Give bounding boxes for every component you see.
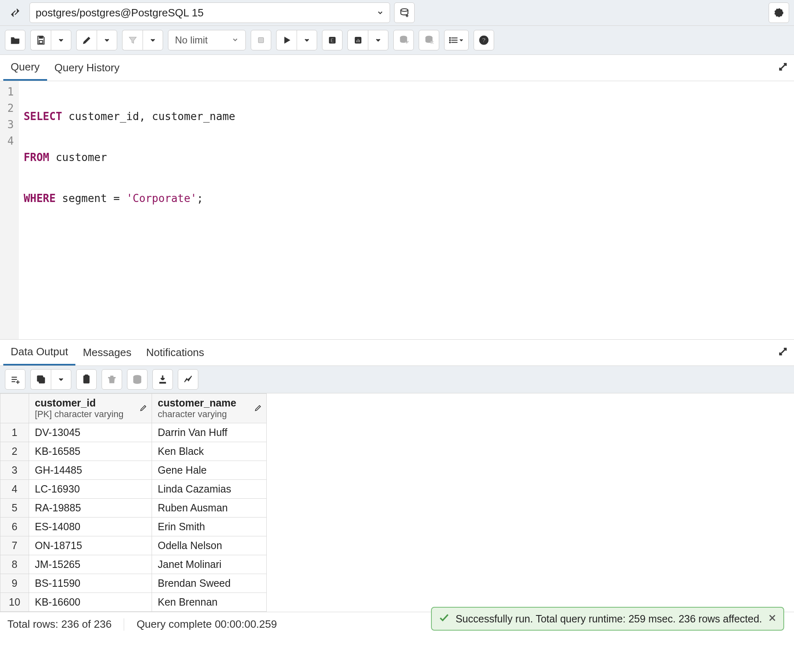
paste-button[interactable] [76, 369, 97, 390]
svg-rect-3 [39, 41, 43, 43]
cell-customer-id[interactable]: GH-14485 [29, 461, 152, 480]
row-number: 6 [0, 518, 29, 536]
line-gutter: 1 2 3 4 [0, 81, 19, 339]
download-button[interactable] [152, 369, 173, 390]
tab-data-output[interactable]: Data Output [3, 340, 75, 366]
svg-point-18 [449, 42, 450, 43]
table-row[interactable]: 3 GH-14485 Gene Hale [0, 461, 267, 480]
svg-point-17 [449, 40, 450, 41]
svg-text:?: ? [482, 36, 485, 43]
svg-rect-4 [259, 38, 264, 43]
cell-customer-id[interactable]: BS-11590 [29, 574, 152, 593]
copy-dropdown[interactable] [51, 369, 71, 390]
table-row[interactable]: 9 BS-11590 Brendan Sweed [0, 574, 267, 593]
open-file-button[interactable] [5, 30, 25, 50]
table-row[interactable]: 10 KB-16600 Ken Brennan [0, 593, 267, 612]
table-row[interactable]: 4 LC-16930 Linda Cazamias [0, 480, 267, 499]
cell-customer-name[interactable]: Darrin Van Huff [152, 423, 267, 442]
tab-messages[interactable]: Messages [75, 341, 139, 365]
row-number: 2 [0, 442, 29, 461]
row-number: 10 [0, 593, 29, 612]
chevron-down-icon [231, 34, 239, 46]
tab-query-history[interactable]: Query History [47, 56, 127, 80]
copy-button[interactable] [30, 369, 51, 390]
cell-customer-name[interactable]: Odella Nelson [152, 536, 267, 555]
check-icon [438, 612, 450, 626]
svg-rect-2 [39, 36, 43, 38]
execute-button[interactable] [276, 30, 297, 50]
row-limit-select[interactable]: No limit [168, 30, 246, 50]
svg-rect-30 [159, 382, 166, 384]
rollback-button[interactable] [419, 30, 439, 50]
cell-customer-id[interactable]: ON-18715 [29, 536, 152, 555]
expand-editor-icon[interactable] [778, 61, 788, 75]
filter-button[interactable] [122, 30, 143, 50]
execute-dropdown[interactable] [297, 30, 317, 50]
edit-dropdown[interactable] [97, 30, 117, 50]
cell-customer-id[interactable]: ES-14080 [29, 518, 152, 536]
cell-customer-name[interactable]: Ken Black [152, 442, 267, 461]
svg-rect-28 [85, 375, 88, 377]
edit-button[interactable] [76, 30, 97, 50]
delete-row-button[interactable] [102, 369, 122, 390]
explain-button[interactable]: E [322, 30, 343, 50]
cell-customer-name[interactable]: Erin Smith [152, 518, 267, 536]
column-header-customer-id[interactable]: customer_id [PK] character varying [29, 394, 152, 423]
connection-status-icon[interactable] [5, 2, 25, 23]
expand-output-icon[interactable] [778, 346, 788, 359]
explain-dropdown[interactable] [368, 30, 388, 50]
table-row[interactable]: 7 ON-18715 Odella Nelson [0, 536, 267, 555]
svg-text:E: E [331, 37, 334, 43]
cell-customer-id[interactable]: KB-16585 [29, 442, 152, 461]
explain-analyze-button[interactable] [347, 30, 368, 50]
cell-customer-name[interactable]: Linda Cazamias [152, 480, 267, 499]
main-toolbar: No limit E ? [0, 26, 794, 55]
svg-rect-8 [356, 40, 357, 42]
save-button[interactable] [30, 30, 51, 50]
cell-customer-id[interactable]: JM-15265 [29, 555, 152, 574]
row-limit-label: No limit [175, 34, 208, 46]
table-row[interactable]: 1 DV-13045 Darrin Van Huff [0, 423, 267, 442]
cell-customer-id[interactable]: RA-19885 [29, 499, 152, 518]
commit-button[interactable] [393, 30, 414, 50]
save-dropdown[interactable] [51, 30, 71, 50]
cell-customer-id[interactable]: KB-16600 [29, 593, 152, 612]
tab-query[interactable]: Query [3, 55, 47, 81]
sql-editor[interactable]: 1 2 3 4 SELECT customer_id, customer_nam… [0, 81, 794, 339]
cell-customer-name[interactable]: Ruben Ausman [152, 499, 267, 518]
pencil-icon[interactable] [254, 402, 262, 414]
stop-button[interactable] [251, 30, 271, 50]
chevron-down-icon [377, 7, 384, 19]
table-row[interactable]: 6 ES-14080 Erin Smith [0, 518, 267, 536]
macros-button[interactable] [444, 30, 469, 50]
reset-layout-button[interactable] [769, 2, 789, 23]
help-button[interactable]: ? [474, 30, 494, 50]
row-number: 4 [0, 480, 29, 499]
toast-message: Successfully run. Total query runtime: 2… [456, 613, 762, 625]
close-icon[interactable] [768, 613, 777, 625]
editor-tabs: Query Query History [0, 55, 794, 81]
row-number: 5 [0, 499, 29, 518]
cell-customer-id[interactable]: DV-13045 [29, 423, 152, 442]
add-row-button[interactable] [5, 369, 25, 390]
graph-visualizer-button[interactable] [178, 369, 198, 390]
cell-customer-name[interactable]: Brendan Sweed [152, 574, 267, 593]
row-number: 9 [0, 574, 29, 593]
save-data-button[interactable] [127, 369, 147, 390]
pencil-icon[interactable] [139, 402, 147, 414]
connection-select[interactable]: postgres/postgres@PostgreSQL 15 [29, 2, 390, 23]
cell-customer-name[interactable]: Gene Hale [152, 461, 267, 480]
table-row[interactable]: 8 JM-15265 Janet Molinari [0, 555, 267, 574]
cell-customer-name[interactable]: Ken Brennan [152, 593, 267, 612]
table-row[interactable]: 2 KB-16585 Ken Black [0, 442, 267, 461]
column-header-customer-name[interactable]: customer_name character varying [152, 394, 267, 423]
filter-dropdown[interactable] [143, 30, 163, 50]
table-row[interactable]: 5 RA-19885 Ruben Ausman [0, 499, 267, 518]
tab-notifications[interactable]: Notifications [139, 341, 212, 365]
output-toolbar [0, 366, 794, 393]
results-table[interactable]: customer_id [PK] character varying custo… [0, 393, 267, 612]
code-area[interactable]: SELECT customer_id, customer_name FROM c… [19, 81, 236, 339]
cell-customer-id[interactable]: LC-16930 [29, 480, 152, 499]
new-connection-button[interactable] [394, 2, 415, 23]
cell-customer-name[interactable]: Janet Molinari [152, 555, 267, 574]
